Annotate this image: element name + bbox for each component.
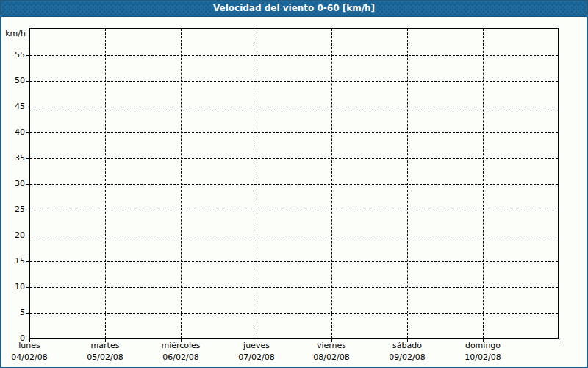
y-tick-label: 10 [0, 282, 25, 292]
day-name: domingo [445, 340, 521, 352]
day-name: viernes [293, 340, 370, 352]
day-date: 07/02/08 [218, 352, 295, 364]
chart-title: Velocidad del viento 0-60 [km/h] [0, 0, 588, 16]
plot-area [29, 28, 559, 339]
day-name: jueves [218, 340, 295, 352]
y-tick-label: 35 [0, 153, 25, 163]
y-tick-label: 5 [0, 308, 25, 318]
day-date: 10/02/08 [445, 352, 521, 364]
y-tick-label: 40 [0, 127, 25, 138]
y-tick-label: 45 [0, 102, 25, 112]
day-name: sábado [369, 340, 445, 352]
y-tick-label: 30 [0, 179, 25, 189]
day-date: 05/02/08 [67, 352, 143, 364]
y-tick-label: 20 [0, 230, 25, 241]
y-tick-label: 15 [0, 256, 25, 266]
chart-title-bar: Velocidad del viento 0-60 [km/h] [0, 0, 588, 17]
day-name: martes [67, 340, 143, 352]
day-name: lunes [0, 340, 68, 352]
x-axis-day-label: jueves07/02/08 [218, 340, 295, 364]
x-axis-day-label: miércoles06/02/08 [143, 340, 219, 364]
y-tick-label: 25 [0, 205, 25, 215]
x-tick-mark [559, 339, 559, 342]
y-tick-label: 50 [0, 76, 25, 86]
day-date: 09/02/08 [369, 352, 445, 364]
x-axis-day-label: domingo10/02/08 [445, 340, 521, 364]
day-name: miércoles [143, 340, 219, 352]
x-axis-day-label: lunes04/02/08 [0, 340, 68, 364]
day-date: 06/02/08 [143, 352, 219, 364]
x-axis-day-label: sábado09/02/08 [369, 340, 445, 364]
day-date: 04/02/08 [0, 352, 68, 364]
x-axis-day-label: viernes08/02/08 [293, 340, 370, 364]
y-axis-unit-label: km/h [0, 29, 26, 39]
x-axis-day-label: martes05/02/08 [67, 340, 143, 364]
y-tick-label: 55 [0, 50, 25, 60]
day-date: 08/02/08 [293, 352, 370, 364]
chart-window: Velocidad del viento 0-60 [km/h] km/h 05… [0, 0, 588, 368]
